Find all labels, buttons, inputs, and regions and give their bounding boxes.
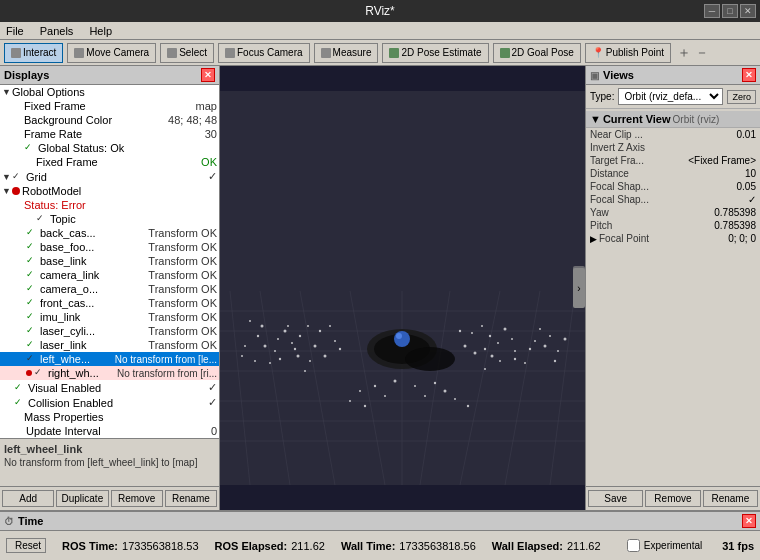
tree-left-whe[interactable]: ✓ left_whe... No transform from [le... (0, 352, 219, 366)
reset-btn[interactable]: Reset (6, 538, 46, 553)
svg-point-25 (319, 330, 321, 332)
svg-point-47 (484, 348, 486, 350)
time-icon: ⏱ (4, 516, 14, 527)
svg-point-64 (557, 350, 559, 352)
svg-point-41 (241, 355, 243, 357)
window-controls[interactable]: ─ □ ✕ (704, 4, 756, 18)
tree-mass-props[interactable]: Mass Properties (0, 410, 219, 424)
duplicate-display-btn[interactable]: Duplicate (56, 490, 108, 507)
tree-fixed-frame[interactable]: Fixed Frame map (0, 99, 219, 113)
maximize-btn[interactable]: □ (722, 4, 738, 18)
rename-display-btn[interactable]: Rename (165, 490, 217, 507)
tree-fixed-frame-ok[interactable]: Fixed Frame OK (0, 155, 219, 169)
views-zero-btn[interactable]: Zero (727, 90, 756, 104)
add-display-btn[interactable]: Add (2, 490, 54, 507)
experimental-checkbox-area: Experimental (627, 539, 702, 552)
svg-point-70 (394, 380, 397, 383)
rename-view-btn[interactable]: Rename (703, 490, 758, 507)
ros-time-value: 1733563818.53 (122, 540, 198, 552)
tree-global-status[interactable]: ✓ Global Status: Ok (0, 141, 219, 155)
tree-imu-link[interactable]: ✓ imu_link Transform OK (0, 310, 219, 324)
view-focal-shape-2: Focal Shap... ✓ (586, 193, 760, 206)
svg-point-24 (274, 350, 276, 352)
views-type-select[interactable]: Orbit (rviz_defa... (618, 88, 723, 105)
toolbar-move-camera[interactable]: Move Camera (67, 43, 156, 63)
svg-point-58 (524, 362, 526, 364)
svg-point-34 (339, 348, 341, 350)
svg-point-74 (444, 390, 447, 393)
views-header: ▣ Views ✕ (586, 66, 760, 85)
wall-time-value: 1733563818.56 (399, 540, 475, 552)
toolbar-select[interactable]: Select (160, 43, 214, 63)
svg-point-61 (539, 328, 541, 330)
tree-update-interval[interactable]: Update Interval 0 (0, 424, 219, 438)
svg-point-39 (244, 345, 246, 347)
tree-base-foo[interactable]: ✓ base_foo... Transform OK (0, 240, 219, 254)
displays-tree[interactable]: ▼ Global Options Fixed Frame map Backgro… (0, 85, 219, 438)
viewport-right-arrow[interactable]: › (573, 268, 585, 308)
remove-display-btn[interactable]: Remove (111, 490, 163, 507)
tree-status-error[interactable]: Status: Error (0, 198, 219, 212)
close-btn[interactable]: ✕ (740, 4, 756, 18)
toolbar-measure[interactable]: Measure (314, 43, 379, 63)
toolbar: Interact Move Camera Select Focus Camera… (0, 40, 760, 66)
svg-point-21 (294, 348, 296, 350)
svg-point-49 (464, 345, 467, 348)
ros-time-label: ROS Time: (62, 540, 118, 552)
tree-grid[interactable]: ▼ ✓ Grid ✓ (0, 169, 219, 184)
toolbar-focus-camera[interactable]: Focus Camera (218, 43, 310, 63)
tree-robot-model[interactable]: ▼ RobotModel (0, 184, 219, 198)
svg-point-38 (257, 335, 259, 337)
tree-right-wh[interactable]: ✓ right_wh... No transform from [ri... (0, 366, 219, 380)
main-area: Displays ✕ ▼ Global Options Fixed Frame … (0, 66, 760, 510)
toolbar-add-icon[interactable]: ＋ (677, 44, 691, 62)
svg-rect-0 (220, 91, 585, 485)
displays-title: Displays (4, 69, 49, 81)
tree-laser-link[interactable]: ✓ laser_link Transform OK (0, 338, 219, 352)
view-yaw: Yaw 0.785398 (586, 206, 760, 219)
experimental-label: Experimental (644, 540, 702, 551)
tree-topic[interactable]: ✓ Topic (0, 212, 219, 226)
view-near-clip: Near Clip ... 0.01 (586, 128, 760, 141)
menu-panels[interactable]: Panels (38, 25, 76, 37)
remove-view-btn[interactable]: Remove (645, 490, 700, 507)
tree-base-link[interactable]: ✓ base_link Transform OK (0, 254, 219, 268)
toolbar-2d-goal[interactable]: 2D Goal Pose (493, 43, 581, 63)
toolbar-interact[interactable]: Interact (4, 43, 63, 63)
svg-point-52 (481, 325, 483, 327)
tree-front-cas[interactable]: ✓ front_cas... Transform OK (0, 296, 219, 310)
tree-global-options[interactable]: ▼ Global Options (0, 85, 219, 99)
status-link-detail: No transform from [left_wheel_link] to [… (4, 457, 215, 468)
wall-elapsed-value: 211.62 (567, 540, 601, 552)
svg-point-17 (299, 335, 301, 337)
svg-point-29 (279, 358, 281, 360)
displays-status: left_wheel_link No transform from [left_… (0, 438, 219, 486)
svg-point-46 (511, 338, 513, 340)
tree-visual-enabled[interactable]: ✓ Visual Enabled ✓ (0, 380, 219, 395)
viewport-panel[interactable]: › › (220, 66, 585, 510)
tree-laser-cyli[interactable]: ✓ laser_cyli... Transform OK (0, 324, 219, 338)
svg-point-42 (254, 360, 256, 362)
svg-point-65 (554, 360, 556, 362)
menu-file[interactable]: File (4, 25, 26, 37)
tree-camera-link[interactable]: ✓ camera_link Transform OK (0, 268, 219, 282)
views-close-btn[interactable]: ✕ (742, 68, 756, 82)
toolbar-publish-point[interactable]: 📍 Publish Point (585, 43, 671, 63)
minimize-btn[interactable]: ─ (704, 4, 720, 18)
view-focal-shape-1: Focal Shap... 0.05 (586, 180, 760, 193)
toolbar-minus-icon[interactable]: － (695, 44, 709, 62)
save-view-btn[interactable]: Save (588, 490, 643, 507)
svg-point-45 (504, 328, 507, 331)
wall-time-field: Wall Time: 1733563818.56 (341, 540, 476, 552)
toolbar-2d-pose[interactable]: 2D Pose Estimate (382, 43, 488, 63)
displays-close-btn[interactable]: ✕ (201, 68, 215, 82)
tree-back-cas[interactable]: ✓ back_cas... Transform OK (0, 226, 219, 240)
menu-help[interactable]: Help (87, 25, 114, 37)
tree-camera-o[interactable]: ✓ camera_o... Transform OK (0, 282, 219, 296)
3d-viewport[interactable]: › (220, 66, 585, 510)
tree-frame-rate[interactable]: Frame Rate 30 (0, 127, 219, 141)
experimental-checkbox[interactable] (627, 539, 640, 552)
tree-collision-enabled[interactable]: ✓ Collision Enabled ✓ (0, 395, 219, 410)
time-close-btn[interactable]: ✕ (742, 514, 756, 528)
tree-background-color[interactable]: Background Color 48; 48; 48 (0, 113, 219, 127)
